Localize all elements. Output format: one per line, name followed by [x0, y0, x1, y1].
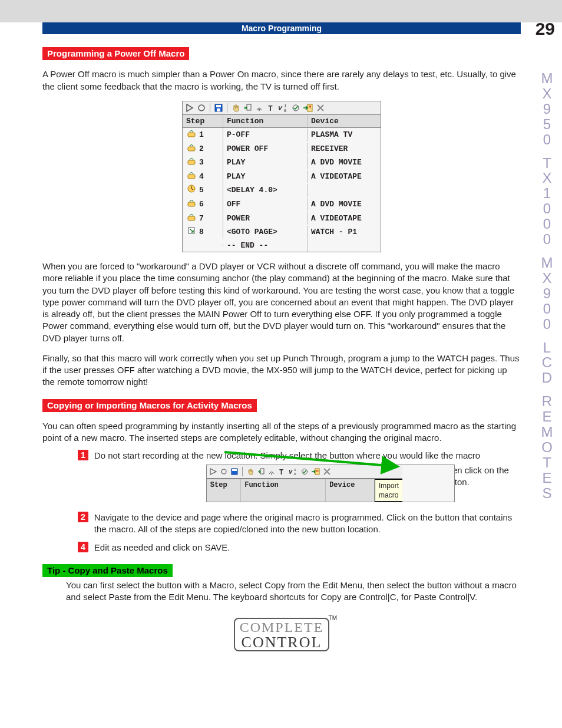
page-number: 29: [535, 19, 555, 39]
step-1-text-a: Do not start recording at the new locati…: [94, 450, 480, 460]
svg-point-1: [199, 105, 204, 111]
col-device: Device: [308, 115, 381, 128]
macro-row[interactable]: 8<GOTO PAGE>WATCH - P1: [183, 225, 381, 239]
relay-icon[interactable]: [300, 467, 309, 476]
mini-col-function: Function: [241, 479, 326, 502]
svg-marker-0: [187, 104, 193, 111]
save-icon[interactable]: [214, 103, 223, 113]
step-device: RECEIVER: [308, 143, 381, 156]
svg-rect-15: [188, 147, 195, 151]
logo-line1: COMPLETE: [240, 620, 324, 635]
step-function: OFF: [223, 198, 308, 211]
step-number: 2: [199, 144, 204, 154]
svg-rect-19: [188, 202, 195, 206]
step-text-1: Do not start recording at the new locati…: [94, 450, 521, 506]
svg-rect-28: [260, 469, 264, 474]
step-function: POWER: [223, 212, 308, 225]
var-icon[interactable]: V10: [278, 103, 289, 113]
macro-row[interactable]: -- END --: [183, 239, 381, 252]
text-icon[interactable]: T: [266, 103, 276, 113]
save-icon[interactable]: [230, 467, 239, 476]
svg-text:V: V: [289, 469, 293, 476]
para-workaround: When you are forced to "workaround" a DV…: [42, 261, 521, 344]
delete-icon[interactable]: [316, 103, 325, 113]
section-title-power-off: Programming a Power Off Macro: [42, 47, 189, 60]
row-type-icon: [186, 157, 197, 169]
footer-logo: TM COMPLETE CONTROL: [229, 618, 335, 651]
delete-icon[interactable]: [323, 467, 331, 476]
rf-icon[interactable]: [267, 467, 276, 476]
side-tab: MX950TX1000MX900LCDREMOTES: [538, 71, 556, 501]
text-icon[interactable]: T: [278, 467, 286, 476]
tip-body: You can first select the button with a M…: [66, 579, 521, 604]
step-number: 5: [199, 185, 204, 196]
relay-icon[interactable]: [291, 103, 300, 113]
step-number: 3: [199, 157, 204, 168]
import-icon[interactable]: M: [311, 467, 320, 476]
svg-point-34: [302, 469, 307, 474]
var-icon[interactable]: V10: [289, 467, 298, 476]
step-number: 1: [199, 130, 204, 140]
jump-icon[interactable]: [257, 467, 265, 476]
svg-text:1: 1: [284, 104, 286, 108]
row-type-icon: [186, 171, 197, 183]
svg-text:V: V: [278, 105, 283, 112]
para-intro-2: You can often speed programming by insta…: [42, 420, 521, 444]
step-function: POWER OFF: [223, 143, 308, 156]
macro-toolbar: T V10 M: [183, 101, 381, 115]
svg-text:T: T: [279, 469, 283, 476]
svg-rect-5: [247, 104, 251, 110]
record-icon[interactable]: [220, 467, 228, 476]
hand-icon[interactable]: [246, 467, 254, 476]
record-icon[interactable]: [197, 103, 206, 113]
svg-text:0: 0: [294, 472, 296, 476]
step-device: A DVD MOVIE: [308, 198, 381, 211]
hand-icon[interactable]: [231, 103, 240, 113]
macro-row[interactable]: 7POWERA VIDEOTAPE: [183, 212, 381, 226]
step-device: PLASMA TV: [308, 129, 381, 141]
step-device: A VIDEOTAPE: [308, 212, 381, 225]
step-number-4: 4: [78, 542, 88, 552]
para-punchthrough: Finally, so that this macro will work co…: [42, 353, 521, 388]
macro-row[interactable]: 2POWER OFFRECEIVER: [183, 142, 381, 156]
svg-rect-17: [188, 174, 195, 179]
step-number: 4: [199, 172, 204, 182]
step-number: 7: [199, 213, 204, 224]
row-type-icon: [186, 213, 197, 225]
svg-text:M: M: [309, 105, 311, 110]
rf-icon[interactable]: [254, 103, 264, 113]
import-icon[interactable]: M: [303, 103, 313, 113]
section-title-copying: Copying or Importing Macros for Activity…: [42, 399, 257, 412]
tip-title: Tip - Copy and Paste Macros: [42, 564, 173, 577]
macro-steps-table: T V10 M Step Function Device 1P-OFFPLASM…: [182, 101, 381, 252]
svg-rect-20: [188, 216, 195, 220]
svg-rect-27: [232, 469, 237, 471]
macro-row[interactable]: 6OFFA DVD MOVIE: [183, 197, 381, 212]
mini-col-step: Step: [207, 479, 241, 502]
row-type-icon: [186, 226, 197, 238]
svg-marker-24: [210, 469, 216, 475]
macro-row[interactable]: 3PLAYA DVD MOVIE: [183, 156, 381, 170]
step-function: <DELAY 4.0>: [223, 184, 308, 197]
step-number-1: 1: [78, 450, 88, 460]
svg-text:M: M: [316, 469, 319, 473]
step-device: A VIDEOTAPE: [308, 170, 381, 183]
step-device: [308, 189, 381, 192]
macro-row[interactable]: 5<DELAY 4.0>: [183, 183, 381, 197]
row-type-icon: [186, 129, 197, 141]
macro-row[interactable]: 4PLAYA VIDEOTAPE: [183, 170, 381, 184]
step-function: PLAY: [223, 156, 308, 169]
jump-icon[interactable]: [243, 103, 252, 113]
svg-rect-14: [188, 133, 195, 137]
svg-point-29: [271, 473, 272, 475]
step-device: [308, 244, 381, 246]
step-device: A DVD MOVIE: [308, 156, 381, 169]
play-icon[interactable]: [185, 103, 194, 113]
col-step: Step: [183, 115, 223, 128]
play-icon[interactable]: [209, 467, 217, 476]
macro-row[interactable]: 1P-OFFPLASMA TV: [183, 128, 381, 142]
trademark: TM: [329, 614, 337, 622]
step-number-2: 2: [78, 512, 88, 522]
col-function: Function: [223, 115, 308, 128]
step-function: <GOTO PAGE>: [223, 226, 308, 239]
